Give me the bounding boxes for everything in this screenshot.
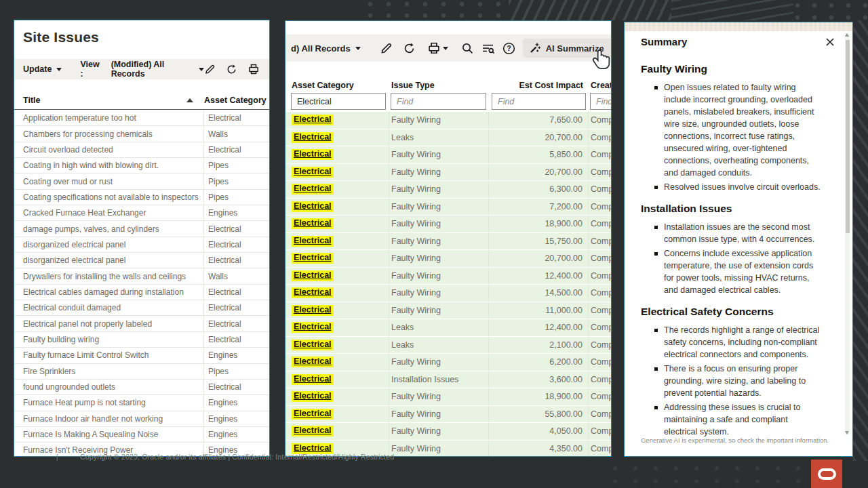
issue-type-cell: Faulty Wiring <box>389 354 489 371</box>
close-icon[interactable] <box>825 37 835 47</box>
filter-input-create[interactable] <box>590 93 612 110</box>
table-row[interactable]: Coating in high wind with blowing dirt.P… <box>14 158 269 174</box>
highlighted-match[interactable]: Electrical <box>292 270 334 281</box>
print-icon[interactable] <box>427 41 441 55</box>
table-row[interactable]: Furnace Is Making A Squealing NoiseEngin… <box>14 427 269 443</box>
sort-ascending-icon[interactable] <box>186 98 193 102</box>
table-row[interactable]: Electrical cables damaged during install… <box>14 285 269 300</box>
table-row[interactable]: ElectricalFaulty Wiring20,700.00Comp <box>285 164 612 182</box>
issue-type-cell: Faulty Wiring <box>389 250 489 267</box>
create-cell: Comp <box>589 167 612 177</box>
table-row[interactable]: disorganized electrical panelElectrical <box>14 253 269 268</box>
table-row[interactable]: disorganized electrical panelElectrical <box>14 237 269 253</box>
print-icon[interactable] <box>248 63 260 75</box>
dropdown-caret-icon[interactable] <box>199 68 204 71</box>
highlighted-match[interactable]: Electrical <box>292 201 334 212</box>
highlighted-match[interactable]: Electrical <box>292 115 334 125</box>
highlighted-match[interactable]: Electrical <box>292 391 334 402</box>
column-header-asset-category[interactable]: Asset Category <box>285 81 389 90</box>
table-row[interactable]: ElectricalLeaks2,100.00Comp <box>285 337 612 354</box>
table-row[interactable]: ElectricalFaulty Wiring11,000.00Comp <box>285 302 612 320</box>
dropdown-caret-icon[interactable] <box>355 47 361 50</box>
table-row[interactable]: ElectricalFaulty Wiring12,400.00Comp <box>285 268 612 285</box>
table-row[interactable]: Coating over mud or rustPipes <box>14 174 269 189</box>
table-row[interactable]: Application temperature too hotElectrica… <box>14 110 269 126</box>
table-row[interactable]: damage pumps, valves, and cylindersElect… <box>14 221 269 237</box>
help-icon[interactable]: ? <box>502 42 515 55</box>
table-row[interactable]: ElectricalFaulty Wiring4,050.00Comp <box>285 423 612 441</box>
column-header-create[interactable]: Create <box>589 81 612 90</box>
table-row[interactable]: Faulty furnace Limit Control SwitchEngin… <box>14 348 269 363</box>
column-header-issue-type[interactable]: Issue Type <box>389 81 489 90</box>
highlighted-match[interactable]: Electrical <box>292 184 334 195</box>
refresh-icon[interactable] <box>226 64 237 75</box>
table-row[interactable]: ElectricalFaulty Wiring18,900.00Comp <box>285 388 612 406</box>
table-row[interactable]: ElectricalFaulty Wiring14,500.00Comp <box>285 285 612 302</box>
table-row[interactable]: Faulty building wiringElectrical <box>14 332 269 348</box>
table-row[interactable]: ElectricalFaulty Wiring7,200.00Comp <box>285 199 612 216</box>
filter-input-est-cost-impact[interactable] <box>492 93 586 110</box>
highlighted-match[interactable]: Electrical <box>292 287 334 298</box>
create-cell: Comp <box>589 288 612 298</box>
edit-pencil-icon[interactable] <box>380 42 393 55</box>
table-row[interactable]: ElectricalFaulty Wiring5,850.00Comp <box>285 146 612 164</box>
site-issues-panel: Site Issues Update View : (Modified) All… <box>14 20 270 457</box>
table-row[interactable]: Fire SprinklersPipes <box>14 364 269 380</box>
table-row[interactable]: ElectricalFaulty Wiring15,750.00Comp <box>285 233 612 251</box>
table-row[interactable]: ElectricalLeaks12,400.00Comp <box>285 319 612 337</box>
scrollbar[interactable] <box>845 33 850 434</box>
table-row[interactable]: Drywallers for installing the walls and … <box>14 268 269 284</box>
print-dropdown-caret-icon[interactable] <box>443 47 448 50</box>
column-header-asset-category[interactable]: Asset Category <box>201 96 267 105</box>
highlighted-match[interactable]: Electrical <box>292 218 334 229</box>
table-row[interactable]: ElectricalLeaks20,700.00Comp <box>285 129 612 147</box>
column-header-est-cost-impact[interactable]: Est Cost Impact <box>489 81 589 90</box>
highlighted-match[interactable]: Electrical <box>292 374 334 385</box>
scroll-down-icon[interactable] <box>845 431 849 434</box>
table-row[interactable]: ElectricalFaulty Wiring6,200.00Comp <box>285 354 612 371</box>
highlighted-match[interactable]: Electrical <box>292 322 334 333</box>
highlighted-match[interactable]: Electrical <box>292 305 334 316</box>
issue-title-cell: Coating specifications not available to … <box>14 190 204 205</box>
table-row[interactable]: Chambers for processing chemicalsWalls <box>14 126 269 142</box>
table-row[interactable]: Electrical conduit damagedElectrical <box>14 300 269 316</box>
highlighted-match[interactable]: Electrical <box>292 253 334 264</box>
filter-input-asset-category[interactable] <box>291 93 386 110</box>
highlighted-match[interactable]: Electrical <box>292 409 334 420</box>
column-header-title[interactable]: Title <box>14 96 186 105</box>
highlighted-match[interactable]: Electrical <box>292 132 334 143</box>
scrollbar-thumb[interactable] <box>846 40 850 233</box>
highlighted-match[interactable]: Electrical <box>292 357 334 367</box>
table-row[interactable]: ElectricalFaulty Wiring7,650.00Comp <box>285 112 612 129</box>
table-row[interactable]: ElectricalFaulty Wiring20,700.00Comp <box>285 250 612 268</box>
table-row[interactable]: Coating specifications not available to … <box>14 190 269 205</box>
table-row[interactable]: Furnace Heat pump is not startingEngines <box>14 395 269 411</box>
scroll-up-icon[interactable] <box>845 33 849 37</box>
issue-type-cell: Faulty Wiring <box>389 112 489 129</box>
table-row[interactable]: ElectricalFaulty Wiring18,900.00Comp <box>285 216 612 233</box>
highlighted-match[interactable]: Electrical <box>292 340 334 350</box>
highlighted-match[interactable]: Electrical <box>292 426 334 436</box>
refresh-icon[interactable] <box>403 42 416 55</box>
edit-pencil-icon[interactable] <box>204 64 216 75</box>
table-row[interactable]: ElectricalInstallation Issues3,600.00Com… <box>285 371 612 389</box>
table-row[interactable]: Furnace Indoor air handler not workingEn… <box>14 411 269 427</box>
table-row[interactable]: Cracked Furnace Heat ExchangerEngines <box>14 205 269 221</box>
highlighted-match[interactable]: Electrical <box>292 167 334 178</box>
table-row[interactable]: found ungrounded outletsElectrical <box>14 380 269 395</box>
view-selector[interactable]: (Modified) All Records <box>111 60 194 79</box>
table-row[interactable]: Circuit overload detectedElectrical <box>14 142 269 158</box>
table-row[interactable]: Electrical panel not properly labeledEle… <box>14 316 269 331</box>
highlighted-match[interactable]: Electrical <box>292 236 334 247</box>
search-icon[interactable] <box>461 42 474 55</box>
asset-category-cell: Electrical <box>204 303 241 312</box>
est-cost-impact-cell: 7,650.00 <box>489 112 589 129</box>
dropdown-caret-icon[interactable] <box>56 68 62 71</box>
view-selector[interactable]: d) All Records <box>291 43 351 54</box>
update-menu-button[interactable]: Update <box>23 64 52 74</box>
highlighted-match[interactable]: Electrical <box>292 149 334 160</box>
table-row[interactable]: ElectricalFaulty Wiring6,300.00Comp <box>285 181 612 199</box>
table-row[interactable]: ElectricalFaulty Wiring55,800.00Comp <box>285 406 612 424</box>
filter-input-issue-type[interactable] <box>391 93 486 110</box>
query-by-example-icon[interactable] <box>481 42 495 55</box>
